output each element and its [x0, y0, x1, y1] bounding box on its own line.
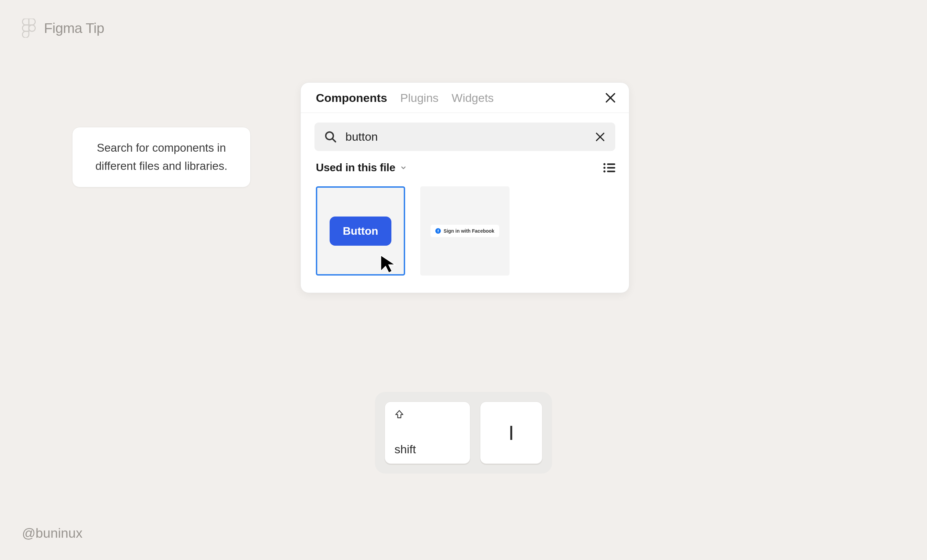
page-header: Figma Tip [22, 18, 104, 38]
search-icon [324, 131, 337, 143]
close-icon[interactable] [604, 92, 617, 104]
list-view-icon[interactable] [603, 162, 615, 173]
filter-dropdown[interactable]: Used in this file [316, 161, 407, 174]
svg-rect-6 [607, 170, 615, 172]
search-input[interactable] [345, 130, 587, 143]
svg-rect-2 [607, 163, 615, 165]
key-shift-label: shift [395, 443, 416, 456]
footer-credit: @buninux [22, 526, 82, 541]
assets-panel: Components Plugins Widgets Used in this … [301, 82, 629, 293]
svg-rect-4 [607, 167, 615, 168]
key-i: I [480, 401, 543, 464]
chevron-down-icon [400, 164, 407, 171]
search-bar [315, 123, 615, 151]
key-shift: shift [384, 401, 470, 464]
filter-row: Used in this file [301, 151, 629, 174]
component-result-button[interactable]: Button [316, 186, 405, 276]
filter-label: Used in this file [316, 161, 395, 174]
tab-widgets[interactable]: Widgets [451, 91, 494, 105]
figma-logo-icon [22, 18, 36, 38]
component-result-facebook[interactable]: f Sign in with Facebook [420, 186, 509, 276]
preview-facebook-label: Sign in with Facebook [444, 228, 494, 234]
tabs-row: Components Plugins Widgets [301, 83, 629, 113]
page-title: Figma Tip [44, 20, 104, 36]
results-grid: Button f Sign in with Facebook [301, 174, 629, 293]
clear-search-icon[interactable] [595, 131, 606, 143]
search-container [301, 113, 629, 151]
tabs-list: Components Plugins Widgets [316, 91, 494, 105]
tab-components[interactable]: Components [316, 91, 387, 105]
svg-point-3 [603, 167, 606, 169]
callout-tooltip: Search for components in different files… [72, 127, 251, 187]
keyboard-shortcut: shift I [375, 392, 552, 473]
shift-arrow-icon [395, 409, 404, 419]
preview-facebook-button: f Sign in with Facebook [430, 225, 499, 237]
svg-point-1 [603, 163, 606, 165]
preview-button-label: Button [330, 217, 391, 246]
facebook-icon: f [435, 228, 441, 234]
tab-plugins[interactable]: Plugins [400, 91, 439, 105]
key-i-label: I [509, 421, 514, 445]
svg-point-5 [603, 170, 606, 172]
callout-text: Search for components in different files… [96, 141, 228, 172]
